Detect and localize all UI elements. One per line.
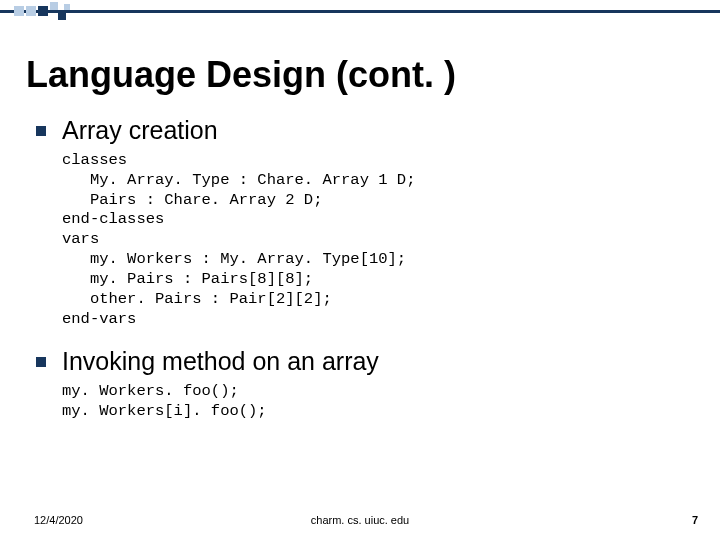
slide-content: Array creation classes My. Array. Type :… — [36, 116, 676, 440]
footer-page-number: 7 — [692, 514, 698, 526]
bullet-point: Array creation — [36, 116, 676, 145]
decorative-square — [58, 12, 66, 20]
code-block: my. Workers. foo(); my. Workers[i]. foo(… — [62, 382, 676, 422]
decorative-header — [0, 0, 720, 28]
decorative-square — [64, 4, 70, 10]
decorative-square — [26, 6, 36, 16]
decorative-square — [50, 2, 58, 10]
slide-footer: 12/4/2020 charm. cs. uiuc. edu 7 — [0, 510, 720, 526]
bullet-icon — [36, 357, 46, 367]
bullet-icon — [36, 126, 46, 136]
decorative-square — [38, 6, 48, 16]
footer-source: charm. cs. uiuc. edu — [0, 514, 720, 526]
bullet-point: Invoking method on an array — [36, 347, 676, 376]
code-block: classes My. Array. Type : Chare. Array 1… — [62, 151, 676, 329]
decorative-square — [14, 6, 24, 16]
bullet-label: Array creation — [62, 116, 218, 145]
bullet-label: Invoking method on an array — [62, 347, 379, 376]
slide-title: Language Design (cont. ) — [26, 54, 456, 96]
decorative-line — [0, 10, 720, 13]
